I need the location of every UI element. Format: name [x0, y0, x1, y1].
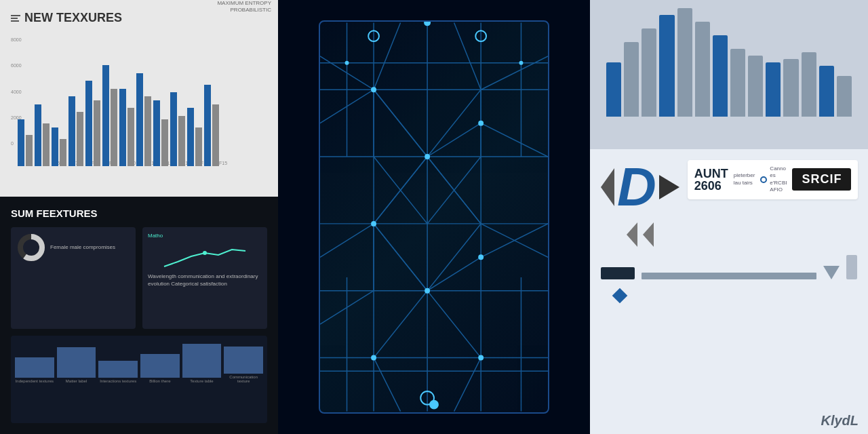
- bottom-row2: [601, 255, 857, 279]
- right-bottom-content: D AUNT 2606 pleterber lau tairs: [590, 149, 868, 434]
- bar-gray: [77, 112, 83, 166]
- bar-blue: [153, 100, 160, 166]
- line-chart-mini: [148, 243, 262, 270]
- bar-group: [119, 89, 134, 166]
- bar-blue: [102, 65, 109, 166]
- svg-point-2: [203, 251, 207, 255]
- bar-blue: [187, 108, 194, 166]
- svg-point-25: [478, 355, 484, 361]
- mini-bar-item: Communication texture: [224, 347, 263, 383]
- right-bar: [713, 35, 728, 117]
- right-bar: [819, 66, 834, 117]
- right-bar: [783, 59, 798, 117]
- bar-gray: [127, 108, 134, 166]
- small-rect: [846, 255, 857, 279]
- donut-chart: [16, 233, 46, 262]
- mini-bar-item: Billion there: [140, 354, 180, 383]
- watermark: KlydL: [821, 413, 859, 429]
- center-panel: [278, 0, 590, 434]
- right-bar: [766, 62, 781, 117]
- bar-gray: [144, 96, 151, 166]
- feature-card-bars: Independent texturesMatter labelInteract…: [11, 336, 267, 423]
- info-sub: Canno es e'RCBI AFIO: [770, 165, 787, 194]
- bar-group: [52, 127, 66, 166]
- bar-chart: [11, 31, 267, 166]
- mini-bar-label: Matter label: [66, 379, 87, 383]
- feature2-text: Wavelength communication and extraordina…: [148, 273, 262, 288]
- bar-gray: [178, 116, 185, 166]
- chart-title-text: NEW TEXXURES: [24, 11, 122, 25]
- right-bar: [659, 15, 674, 117]
- chevron-left3-icon: [643, 222, 654, 247]
- big-d-letter: D: [617, 160, 656, 214]
- bar-group: [170, 92, 185, 166]
- feature1-text: Female male compromises: [50, 243, 115, 251]
- svg-point-19: [478, 121, 484, 126]
- mini-bar-item: Texture table: [182, 344, 222, 383]
- mini-bar: [98, 361, 138, 378]
- bar-group: [35, 104, 50, 166]
- bar-blue: [35, 104, 41, 166]
- svg-point-17: [371, 87, 376, 92]
- svg-point-18: [425, 154, 430, 159]
- mini-bar-label: Texture table: [190, 379, 213, 383]
- feature-card-line: Matho Wavelength communication and extra…: [142, 227, 267, 329]
- svg-point-28: [519, 61, 524, 65]
- mini-bar: [57, 347, 96, 378]
- bar-gray: [60, 139, 66, 166]
- right-top-chart: [590, 0, 868, 149]
- bar-group: [187, 108, 202, 166]
- bar-group: [102, 65, 117, 166]
- bar-gray: [94, 100, 100, 166]
- svg-point-23: [424, 22, 431, 26]
- bar-blue: [18, 119, 24, 166]
- circuit-board: [319, 20, 549, 414]
- mini-bar-item: Matter label: [57, 347, 96, 383]
- bar-blue: [136, 73, 143, 166]
- right-bar: [730, 49, 745, 117]
- right-bar: [624, 42, 639, 117]
- diamond-icon: [612, 288, 628, 304]
- bar-blue: [204, 85, 211, 166]
- feature-card-donut: Female male compromises: [11, 227, 136, 329]
- right-bar: [802, 52, 816, 117]
- bar-gray: [212, 104, 219, 166]
- right-bar: [748, 56, 763, 117]
- bar-gray: [26, 135, 33, 166]
- mini-bar-label: Interactions textures: [100, 379, 136, 383]
- right-bar: [606, 62, 621, 117]
- srcif-badge: SRCIF: [792, 168, 851, 191]
- info-dot-icon: [760, 176, 767, 183]
- mini-bar-chart: Independent texturesMatter labelInteract…: [15, 342, 263, 383]
- right-bar: [677, 8, 692, 117]
- aunt-info-card: AUNT 2606 pleterber lau tairs Canno es e…: [688, 160, 859, 199]
- mini-bar: [182, 344, 222, 378]
- svg-point-27: [345, 61, 349, 65]
- mini-bar-item: Independent textures: [15, 357, 54, 383]
- svg-point-20: [371, 221, 376, 226]
- mini-bar: [224, 347, 263, 374]
- arrow-right-icon: [659, 175, 679, 199]
- aunt-label: AUNT 2606: [694, 167, 728, 192]
- diamond-row: [601, 290, 857, 301]
- info-cards-section: AUNT 2606 pleterber lau tairs Canno es e…: [688, 160, 859, 199]
- bar-blue: [52, 127, 58, 166]
- mini-bar: [15, 357, 54, 378]
- mini-bar-label: Billion there: [149, 379, 170, 383]
- right-bar: [695, 22, 710, 117]
- line-chart-label: Matho: [148, 233, 262, 239]
- bar-blue: [119, 89, 126, 166]
- mini-bar-label: Communication texture: [224, 375, 263, 383]
- bar-group: [68, 96, 83, 166]
- svg-point-21: [425, 288, 430, 294]
- bottom-bar-center: [642, 273, 816, 279]
- bottom-features-section: SUM FEEXTURES Female male compromises: [0, 197, 278, 434]
- right-panel: D AUNT 2606 pleterber lau tairs: [590, 0, 868, 434]
- svg-point-22: [478, 254, 484, 260]
- features-grid: Female male compromises Matho Wavelength…: [11, 227, 267, 423]
- bar-group: [136, 73, 151, 166]
- bar-blue: [85, 81, 92, 166]
- bottom-section-title: SUM FEEXTURES: [11, 208, 267, 219]
- bar-gray: [43, 123, 50, 166]
- mini-bar-label: Independent textures: [16, 379, 54, 383]
